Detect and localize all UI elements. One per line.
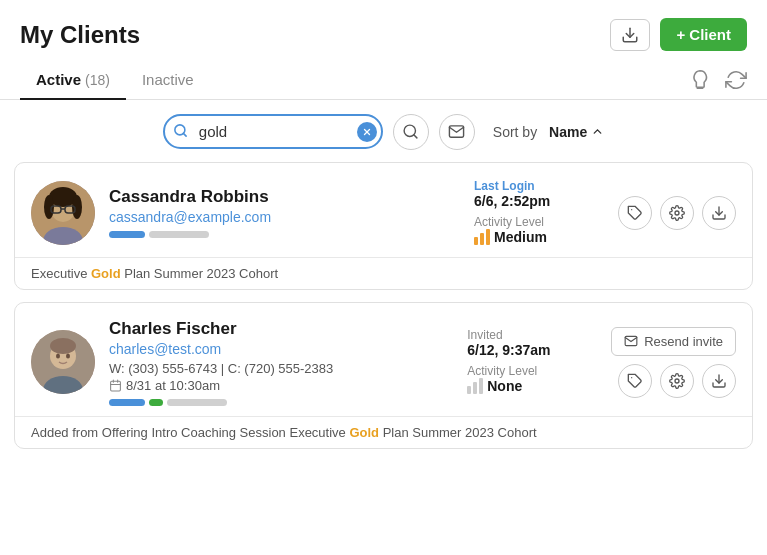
client-actions [618,196,736,230]
footer-text-charles: Added from Offering Intro Coaching Sessi… [31,425,349,440]
activity-label: Activity Level [474,215,547,229]
settings-button[interactable] [660,196,694,230]
client-card: Charles Fischer charles@test.com W: (303… [14,302,753,449]
progress-bar-blue [109,231,145,238]
last-login-label: Last Login [474,179,550,193]
client-actions: Resend invite [611,327,736,398]
chevron-up-icon [591,125,604,138]
gear-icon [669,373,685,389]
bar-none1 [467,386,471,394]
client-stats: Invited 6/12, 9:37am Activity Level None [467,328,597,396]
mail-icon [448,123,465,140]
bar2 [480,233,484,245]
tag-button[interactable] [618,196,652,230]
resend-invite-button[interactable]: Resend invite [611,327,736,356]
refresh-button[interactable] [725,69,747,91]
client-card-footer: Added from Offering Intro Coaching Sessi… [15,416,752,448]
search-clear-button[interactable] [357,122,377,142]
mail-icon [624,334,638,348]
activity-bars-none [467,378,483,394]
client-email: charles@test.com [109,341,453,357]
last-login-value: 6/6, 2:52pm [474,193,550,209]
avatar-image [31,181,95,245]
bar-none2 [473,382,477,394]
client-card-main: Charles Fischer charles@test.com W: (303… [15,303,752,416]
page-header: My Clients + Client [0,0,767,61]
tag-button[interactable] [618,364,652,398]
svg-point-18 [675,211,679,215]
lightbulb-icon [689,69,711,91]
download-icon [621,26,639,44]
client-card-main: Cassandra Robbins cassandra@example.com … [15,163,752,257]
download-client-button[interactable] [702,196,736,230]
download-icon [711,205,727,221]
activity-bars [474,229,490,245]
add-client-button[interactable]: + Client [660,18,747,51]
tabs-row: Active(18) Inactive [0,61,767,100]
bar1 [474,237,478,245]
search-box [163,114,383,149]
sort-label[interactable]: Sort by Name [493,124,604,140]
invited-value: 6/12, 9:37am [467,342,550,358]
tag-icon [627,373,643,389]
action-icons-row [618,196,736,230]
client-stats: Last Login 6/6, 2:52pm Activity Level Me… [474,179,604,247]
client-info: Cassandra Robbins cassandra@example.com [109,187,460,238]
settings-button[interactable] [660,364,694,398]
download-icon [711,373,727,389]
activity-value: None [467,378,537,394]
progress-bar-blue [109,399,145,406]
client-schedule: 8/31 at 10:30am [109,378,453,393]
invited-section: Invited 6/12, 9:37am [467,328,550,358]
svg-point-31 [675,379,679,383]
progress-row [109,231,460,238]
search-sort-row: Sort by Name [0,100,767,162]
client-info: Charles Fischer charles@test.com W: (303… [109,319,453,406]
client-name: Charles Fischer [109,319,453,339]
progress-bar-gray [167,399,227,406]
svg-point-22 [50,338,76,354]
footer-text-after: Plan Summer 2023 Cohort [121,266,279,281]
tabs: Active(18) Inactive [20,61,210,99]
gear-icon [669,205,685,221]
client-card: Cassandra Robbins cassandra@example.com … [14,162,753,290]
tab-active[interactable]: Active(18) [20,61,126,100]
header-actions: + Client [610,18,747,51]
progress-bar-green [149,399,163,406]
svg-point-24 [56,354,60,359]
svg-rect-26 [111,381,121,391]
footer-gold-text: Gold [91,266,121,281]
lightbulb-button[interactable] [689,69,711,91]
client-name: Cassandra Robbins [109,187,460,207]
invited-label: Invited [467,328,550,342]
footer-text-charles-after: Plan Summer 2023 Cohort [379,425,537,440]
mail-button[interactable] [439,114,475,150]
client-email: cassandra@example.com [109,209,460,225]
bar3 [486,229,490,245]
client-phone: W: (303) 555-6743 | C: (720) 555-2383 [109,361,453,376]
search-button[interactable] [393,114,429,150]
search-input[interactable] [163,114,383,149]
last-login-section: Last Login 6/6, 2:52pm [474,179,550,209]
footer-text-before: Executive [31,266,91,281]
avatar [31,330,95,394]
download-client-button[interactable] [702,364,736,398]
tab-inactive[interactable]: Inactive [126,61,210,100]
activity-value: Medium [474,229,547,245]
activity-section: Activity Level Medium [474,215,547,245]
activity-label: Activity Level [467,364,537,378]
action-icons-row [618,364,736,398]
calendar-icon [109,379,122,392]
client-card-footer: Executive Gold Plan Summer 2023 Cohort [15,257,752,289]
tag-icon [627,205,643,221]
search-icon-btn [402,123,419,140]
download-button[interactable] [610,19,650,51]
progress-bar-gray [149,231,209,238]
tab-icons [689,69,747,91]
svg-line-6 [414,135,417,138]
svg-point-25 [66,354,70,359]
refresh-icon [725,69,747,91]
avatar [31,181,95,245]
footer-gold-text: Gold [349,425,379,440]
activity-section: Activity Level None [467,364,537,394]
